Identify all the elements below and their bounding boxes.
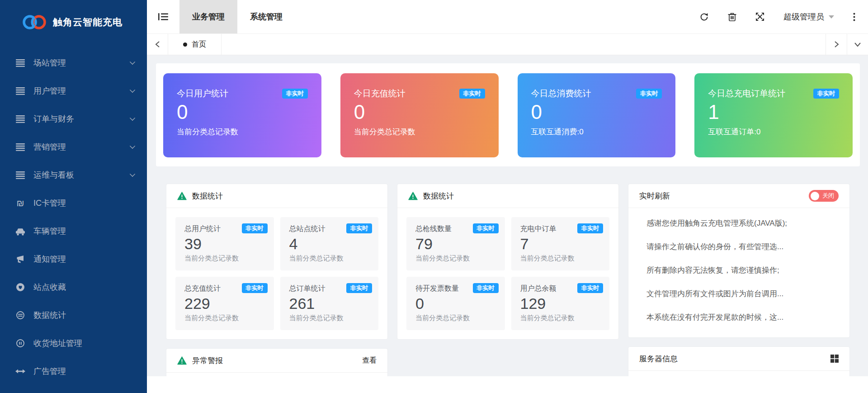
- sidebar-item-ad-mgmt[interactable]: 广告管理: [0, 357, 147, 385]
- sidebar-collapse-icon[interactable]: [147, 0, 179, 33]
- warning-triangle-icon: [177, 356, 187, 365]
- menu-lines-icon: [14, 86, 26, 96]
- app-root: 触角云智能充电 场站管理 用户管理 订单与财: [0, 0, 868, 393]
- stat-tile-total-sites[interactable]: 非实时 总站点统计 4 当前分类总记录数: [280, 217, 379, 270]
- windows-logo-icon: [830, 355, 839, 363]
- sidebar-item-user-mgmt[interactable]: 用户管理: [0, 77, 147, 105]
- hero-card-today-consumption[interactable]: 今日总消费统计 非实时 0 互联互通消费:0: [518, 73, 676, 157]
- status-badge: 非实时: [346, 283, 372, 293]
- column-middle: 数据统计 非实时 总枪线数量 79 当前分类总记录数 非实时 充电: [397, 184, 619, 340]
- stat-value: 0: [354, 101, 485, 123]
- stat-tile-pending-invoices[interactable]: 非实时 待开发票数量 0 当前分类总记录数: [406, 277, 505, 330]
- topbar-actions: 超级管理员: [699, 0, 868, 33]
- user-menu[interactable]: 超级管理员: [783, 11, 834, 22]
- message-line: 感谢您使用触角云充电管理系统(JAVA版);: [646, 217, 839, 229]
- view-alerts-link[interactable]: 查看: [362, 356, 377, 365]
- active-tab-dot: [183, 43, 187, 47]
- message-line: 所有删除内容无法恢复，请您谨慎操作;: [646, 264, 839, 276]
- status-badge: 非实时: [282, 89, 308, 99]
- main-area: 业务管理 系统管理: [147, 0, 868, 393]
- stat-tile-charging-orders[interactable]: 非实时 充电中订单 7 当前分类总记录数: [511, 217, 610, 270]
- status-badge: 非实时: [577, 283, 603, 293]
- panel-title: 服务器信息: [639, 354, 678, 364]
- menu-lines-icon: [14, 142, 26, 152]
- message-line: 请操作之前确认你的身份，有些管理选...: [646, 241, 839, 253]
- sidebar-item-shipping-address-mgmt[interactable]: 收货地址管理: [0, 329, 147, 357]
- sidebar-item-ic-card-mgmt[interactable]: ₪ IC卡管理: [0, 189, 147, 217]
- app-logo: 触角云智能充电: [0, 0, 147, 34]
- chevron-down-icon: [829, 15, 834, 19]
- tab-home[interactable]: 首页: [168, 34, 222, 55]
- toggle-knob: [811, 192, 819, 200]
- hero-card-today-recharge[interactable]: 今日充值统计 非实时 0 当前分类总记录数: [340, 73, 499, 157]
- chevron-down-icon: [130, 115, 135, 121]
- hero-card-today-users[interactable]: 今日用户统计 非实时 0 当前分类总记录数: [163, 73, 321, 157]
- status-badge: 非实时: [473, 223, 499, 233]
- megaphone-icon: [14, 254, 26, 264]
- status-badge: 非实时: [473, 283, 499, 293]
- stat-subtitle: 当前分类总记录数: [354, 127, 485, 137]
- chevron-down-icon: [130, 59, 135, 65]
- realtime-toggle[interactable]: 关闭: [809, 190, 839, 202]
- status-badge: 非实时: [459, 89, 485, 99]
- panel-data-stats-1: 数据统计 非实时 总用户统计 39 当前分类总记录数 非实时 总站: [166, 184, 388, 340]
- panel-alerts: 异常警报 查看: [166, 348, 388, 376]
- stat-value: 0: [531, 101, 662, 123]
- status-badge: 非实时: [242, 223, 268, 233]
- page-tabstrip: 首页: [147, 34, 868, 55]
- trash-icon[interactable]: [728, 12, 736, 22]
- message-line: 文件管理内所有文件或图片为前台调用...: [646, 288, 839, 300]
- hero-stats-container: 今日用户统计 非实时 0 当前分类总记录数 今日充值统计 非实时 0 当前分类总…: [156, 63, 860, 166]
- tab-system-mgmt[interactable]: 系统管理: [237, 0, 295, 33]
- sidebar-menu: 场站管理 用户管理 订单与财务 营: [0, 49, 147, 385]
- user-name: 超级管理员: [783, 11, 824, 22]
- sidebar-item-site-favorites[interactable]: 站点收藏: [0, 273, 147, 301]
- stat-tile-total-recharge[interactable]: 非实时 总充值统计 229 当前分类总记录数: [175, 277, 274, 330]
- sidebar: 触角云智能充电 场站管理 用户管理 订单与财: [0, 0, 147, 393]
- fullscreen-icon[interactable]: [755, 12, 764, 21]
- panel-data-stats-2: 数据统计 非实时 总枪线数量 79 当前分类总记录数 非实时 充电: [397, 184, 619, 340]
- tabs-menu-chevron-icon[interactable]: [847, 34, 868, 55]
- chevron-down-icon: [130, 171, 135, 177]
- stat-tile-user-balance[interactable]: 非实时 用户总余额 129 当前分类总记录数: [511, 277, 610, 330]
- server-info-body: [628, 371, 849, 376]
- ic-card-icon: ₪: [14, 198, 26, 208]
- stat-subtitle: 当前分类总记录数: [177, 127, 308, 137]
- stat-tile-total-orders[interactable]: 非实时 总订单统计 261 当前分类总记录数: [280, 277, 379, 330]
- sidebar-item-station-mgmt[interactable]: 场站管理: [0, 49, 147, 77]
- warning-triangle-icon: [177, 192, 187, 200]
- sidebar-item-marketing-mgmt[interactable]: 营销管理: [0, 133, 147, 161]
- tab-business-mgmt[interactable]: 业务管理: [179, 0, 237, 33]
- sidebar-item-data-stats[interactable]: 数据统计: [0, 301, 147, 329]
- stat-value: 0: [177, 101, 308, 123]
- tabs-scroll-right-icon[interactable]: [826, 34, 847, 55]
- logo-rings-icon: [22, 14, 47, 30]
- tabs-scroll-left-icon[interactable]: [147, 34, 168, 55]
- stat-value: 1: [708, 101, 839, 123]
- stat-tile-total-users[interactable]: 非实时 总用户统计 39 当前分类总记录数: [175, 217, 274, 270]
- sidebar-item-ops-dashboard[interactable]: 运维与看板: [0, 161, 147, 189]
- sidebar-item-notification-mgmt[interactable]: 通知管理: [0, 245, 147, 273]
- warning-triangle-icon: [408, 192, 418, 200]
- menu-lines-icon: [14, 114, 26, 124]
- hero-card-today-charge-orders[interactable]: 今日总充电订单统计 非实时 1 互联互通订单:0: [694, 73, 853, 157]
- topbar: 业务管理 系统管理: [147, 0, 868, 34]
- panel-title: 异常警报: [192, 355, 223, 366]
- dashboard-content: 今日用户统计 非实时 0 当前分类总记录数 今日充值统计 非实时 0 当前分类总…: [147, 55, 868, 376]
- panel-title: 数据统计: [423, 191, 454, 201]
- sidebar-item-vehicle-mgmt[interactable]: 车辆管理: [0, 217, 147, 245]
- menu-lines-icon: [14, 58, 26, 68]
- sidebar-item-orders-finance[interactable]: 订单与财务: [0, 105, 147, 133]
- more-dots-icon[interactable]: [853, 13, 855, 21]
- chevron-down-icon: [130, 143, 135, 149]
- system-messages: 感谢您使用触角云充电管理系统(JAVA版); 请操作之前确认你的身份，有些管理选…: [628, 208, 849, 337]
- pause-circle-icon: [14, 338, 26, 348]
- stat-subtitle: 互联互通消费:0: [531, 127, 662, 137]
- column-right: 实时刷新 关闭 感谢您使用触角云充电管理系统(JAVA版); 请操作之前确认你的…: [628, 184, 850, 376]
- status-badge: 非实时: [636, 89, 662, 99]
- status-badge: 非实时: [242, 283, 268, 293]
- car-icon: [14, 226, 26, 236]
- column-left: 数据统计 非实时 总用户统计 39 当前分类总记录数 非实时 总站: [166, 184, 388, 376]
- refresh-icon[interactable]: [699, 12, 709, 22]
- stat-tile-total-guns[interactable]: 非实时 总枪线数量 79 当前分类总记录数: [406, 217, 505, 270]
